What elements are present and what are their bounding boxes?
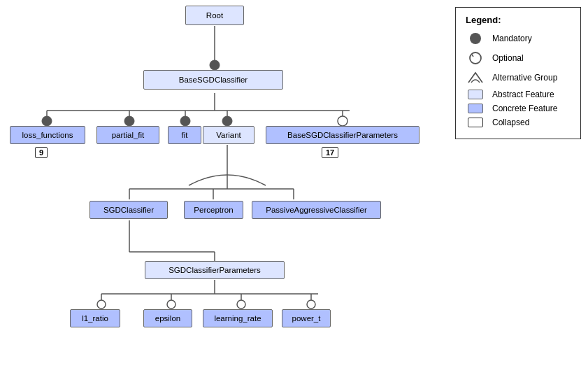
alternative-icon	[466, 70, 485, 85]
legend-concrete-label: Concrete Feature	[492, 104, 557, 113]
legend-alternative-label: Alternative Group	[492, 73, 557, 83]
sgd-params-node: SGDClassifierParameters	[145, 261, 285, 279]
svg-point-13	[338, 116, 347, 126]
l1-ratio-node: l1_ratio	[70, 309, 120, 327]
legend-concrete: Concrete Feature	[466, 104, 571, 113]
legend-mandatory: Mandatory	[466, 31, 571, 46]
base-params-badge: 17	[322, 147, 338, 158]
svg-point-31	[307, 300, 315, 309]
svg-point-28	[97, 300, 106, 309]
mandatory-icon	[466, 31, 485, 46]
sgd-classifier-node: SGDClassifier	[89, 201, 168, 219]
perceptron-node: Perceptron	[184, 201, 243, 219]
epsilon-node: epsilon	[143, 309, 192, 327]
legend-collapsed: Collapsed	[466, 118, 571, 127]
root-node: Root	[185, 6, 244, 25]
legend-abstract-label: Abstract Feature	[492, 90, 554, 99]
legend-mandatory-label: Mandatory	[492, 34, 532, 43]
loss-functions-badge: 9	[35, 147, 48, 158]
svg-point-11	[222, 116, 232, 126]
base-sgd-node: BaseSGDClassifier	[143, 70, 283, 90]
power-t-node: power_t	[282, 309, 331, 327]
svg-point-29	[167, 300, 175, 309]
svg-point-33	[470, 52, 481, 64]
svg-point-30	[237, 300, 245, 309]
fit-node: fit	[168, 126, 201, 144]
concrete-feature-icon	[466, 104, 485, 113]
passive-aggressive-node: PassiveAggressiveClassifier	[252, 201, 381, 219]
svg-point-32	[470, 33, 481, 44]
collapsed-icon	[466, 118, 485, 127]
svg-point-9	[124, 116, 134, 126]
legend-optional: Optional	[466, 50, 571, 66]
legend-optional-label: Optional	[492, 53, 524, 63]
abstract-feature-icon	[466, 90, 485, 99]
legend-title: Legend:	[466, 15, 571, 25]
optional-icon	[466, 50, 485, 66]
variant-node: Variant	[203, 126, 254, 144]
legend-abstract: Abstract Feature	[466, 90, 571, 99]
partial-fit-node: partial_fit	[96, 126, 159, 144]
legend-collapsed-label: Collapsed	[492, 118, 529, 127]
svg-point-12	[210, 60, 220, 70]
learning-rate-node: learning_rate	[203, 309, 273, 327]
base-params-node: BaseSGDClassifierParameters	[266, 126, 420, 144]
legend-panel: Legend: Mandatory Optional Alternative	[455, 7, 581, 139]
loss-functions-node: loss_functions	[10, 126, 85, 144]
legend-alternative: Alternative Group	[466, 70, 571, 85]
svg-point-8	[42, 116, 52, 126]
svg-point-10	[180, 116, 190, 126]
